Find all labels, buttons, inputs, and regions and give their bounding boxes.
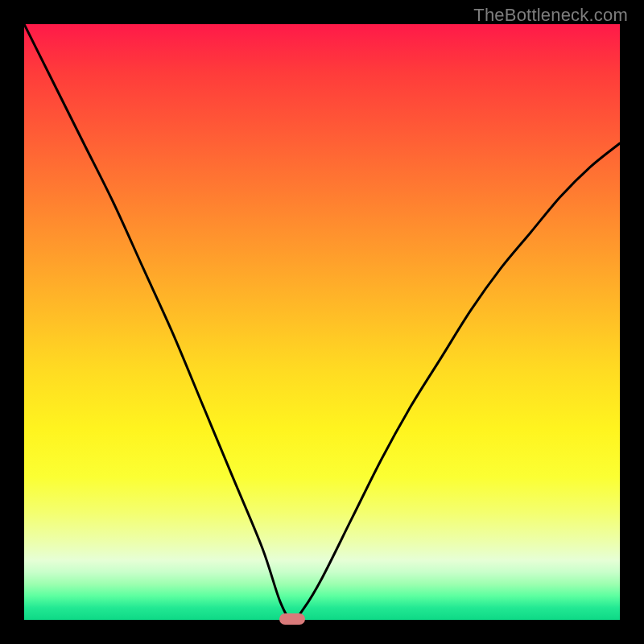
chart-frame: TheBottleneck.com (0, 0, 644, 644)
chart-plot-area (24, 24, 620, 620)
watermark-text: TheBottleneck.com (473, 5, 628, 26)
bottleneck-curve (24, 24, 620, 620)
minimum-marker (279, 613, 305, 625)
